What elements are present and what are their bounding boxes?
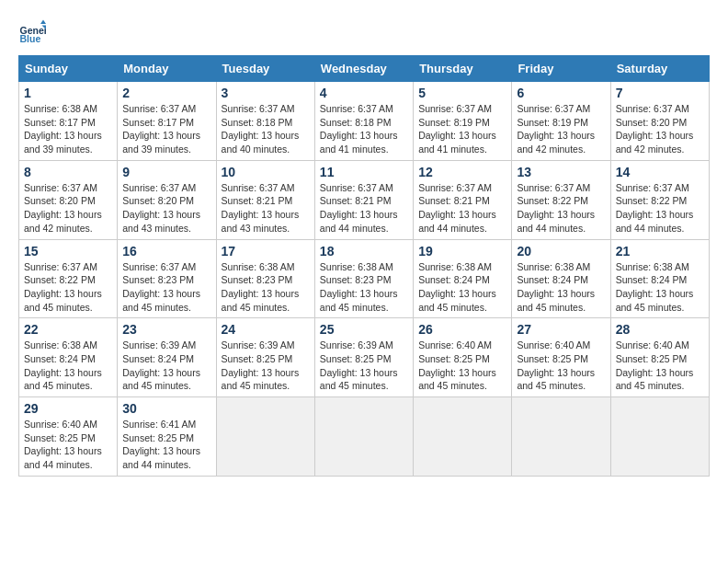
day-info: Sunrise: 6:37 AMSunset: 8:19 PMDaylight:…: [418, 103, 496, 155]
calendar-cell: 16 Sunrise: 6:37 AMSunset: 8:23 PMDaylig…: [118, 239, 216, 318]
day-number: 30: [122, 401, 210, 416]
day-info: Sunrise: 6:40 AMSunset: 8:25 PMDaylight:…: [517, 339, 595, 391]
calendar-cell: 2 Sunrise: 6:37 AMSunset: 8:17 PMDayligh…: [118, 82, 216, 161]
day-info: Sunrise: 6:40 AMSunset: 8:25 PMDaylight:…: [418, 339, 496, 391]
calendar-cell: 26 Sunrise: 6:40 AMSunset: 8:25 PMDaylig…: [414, 318, 512, 397]
day-number: 21: [616, 244, 704, 259]
calendar-table: SundayMondayTuesdayWednesdayThursdayFrid…: [18, 55, 710, 477]
calendar-cell: 18 Sunrise: 6:38 AMSunset: 8:23 PMDaylig…: [314, 239, 413, 318]
day-number: 9: [122, 165, 210, 179]
header-monday: Monday: [118, 56, 216, 82]
day-number: 19: [418, 244, 506, 259]
day-number: 12: [418, 165, 506, 179]
day-info: Sunrise: 6:37 AMSunset: 8:18 PMDaylight:…: [320, 103, 398, 155]
calendar-cell: 28 Sunrise: 6:40 AMSunset: 8:25 PMDaylig…: [610, 318, 709, 397]
calendar-cell: [216, 397, 314, 477]
day-number: 2: [122, 86, 210, 100]
day-number: 25: [320, 322, 408, 337]
header-friday: Friday: [512, 56, 610, 82]
day-info: Sunrise: 6:38 AMSunset: 8:24 PMDaylight:…: [418, 261, 496, 313]
calendar-cell: 25 Sunrise: 6:39 AMSunset: 8:25 PMDaylig…: [314, 318, 413, 397]
calendar-cell: 22 Sunrise: 6:38 AMSunset: 8:24 PMDaylig…: [19, 318, 118, 397]
header-saturday: Saturday: [610, 56, 709, 82]
day-info: Sunrise: 6:40 AMSunset: 8:25 PMDaylight:…: [616, 339, 694, 391]
day-number: 18: [320, 244, 408, 259]
day-number: 20: [517, 244, 605, 259]
calendar-week-3: 15 Sunrise: 6:37 AMSunset: 8:22 PMDaylig…: [19, 239, 710, 318]
logo: General Blue: [18, 18, 46, 46]
calendar-cell: 3 Sunrise: 6:37 AMSunset: 8:18 PMDayligh…: [216, 82, 314, 161]
calendar-cell: [414, 397, 512, 477]
day-number: 8: [24, 165, 112, 179]
calendar-cell: 5 Sunrise: 6:37 AMSunset: 8:19 PMDayligh…: [414, 82, 512, 161]
calendar-cell: 13 Sunrise: 6:37 AMSunset: 8:22 PMDaylig…: [512, 160, 610, 239]
calendar-cell: [314, 397, 413, 477]
day-info: Sunrise: 6:38 AMSunset: 8:24 PMDaylight:…: [24, 339, 102, 391]
header-wednesday: Wednesday: [314, 56, 413, 82]
day-number: 4: [320, 86, 408, 100]
day-number: 26: [418, 322, 506, 337]
day-info: Sunrise: 6:39 AMSunset: 8:25 PMDaylight:…: [222, 339, 300, 391]
header-tuesday: Tuesday: [216, 56, 314, 82]
calendar-cell: 4 Sunrise: 6:37 AMSunset: 8:18 PMDayligh…: [314, 82, 413, 161]
day-number: 29: [24, 401, 112, 416]
day-info: Sunrise: 6:38 AMSunset: 8:23 PMDaylight:…: [320, 261, 398, 313]
calendar-header-row: SundayMondayTuesdayWednesdayThursdayFrid…: [19, 56, 710, 82]
day-info: Sunrise: 6:38 AMSunset: 8:24 PMDaylight:…: [616, 261, 694, 313]
day-info: Sunrise: 6:37 AMSunset: 8:23 PMDaylight:…: [122, 261, 200, 313]
day-number: 27: [517, 322, 605, 337]
calendar-cell: 10 Sunrise: 6:37 AMSunset: 8:21 PMDaylig…: [216, 160, 314, 239]
day-info: Sunrise: 6:38 AMSunset: 8:17 PMDaylight:…: [24, 103, 102, 155]
day-number: 10: [222, 165, 310, 179]
calendar-cell: 7 Sunrise: 6:37 AMSunset: 8:20 PMDayligh…: [610, 82, 709, 161]
day-info: Sunrise: 6:37 AMSunset: 8:19 PMDaylight:…: [517, 103, 595, 155]
calendar-cell: 21 Sunrise: 6:38 AMSunset: 8:24 PMDaylig…: [610, 239, 709, 318]
header-sunday: Sunday: [19, 56, 118, 82]
calendar-cell: 6 Sunrise: 6:37 AMSunset: 8:19 PMDayligh…: [512, 82, 610, 161]
calendar-cell: 20 Sunrise: 6:38 AMSunset: 8:24 PMDaylig…: [512, 239, 610, 318]
calendar-cell: 19 Sunrise: 6:38 AMSunset: 8:24 PMDaylig…: [414, 239, 512, 318]
calendar-cell: 30 Sunrise: 6:41 AMSunset: 8:25 PMDaylig…: [118, 397, 216, 477]
header-thursday: Thursday: [414, 56, 512, 82]
calendar-cell: [512, 397, 610, 477]
day-number: 13: [517, 165, 605, 179]
day-info: Sunrise: 6:37 AMSunset: 8:21 PMDaylight:…: [222, 182, 300, 234]
calendar-cell: 1 Sunrise: 6:38 AMSunset: 8:17 PMDayligh…: [19, 82, 118, 161]
calendar-cell: 24 Sunrise: 6:39 AMSunset: 8:25 PMDaylig…: [216, 318, 314, 397]
day-info: Sunrise: 6:37 AMSunset: 8:20 PMDaylight:…: [616, 103, 694, 155]
svg-text:Blue: Blue: [20, 33, 41, 44]
calendar-cell: 11 Sunrise: 6:37 AMSunset: 8:21 PMDaylig…: [314, 160, 413, 239]
day-info: Sunrise: 6:38 AMSunset: 8:24 PMDaylight:…: [517, 261, 595, 313]
day-info: Sunrise: 6:37 AMSunset: 8:21 PMDaylight:…: [320, 182, 398, 234]
day-number: 3: [222, 86, 310, 100]
calendar-week-1: 1 Sunrise: 6:38 AMSunset: 8:17 PMDayligh…: [19, 82, 710, 161]
day-number: 16: [122, 244, 210, 259]
logo-icon: General Blue: [18, 18, 46, 46]
day-number: 23: [122, 322, 210, 337]
day-number: 7: [616, 86, 704, 100]
day-number: 6: [517, 86, 605, 100]
calendar-cell: 17 Sunrise: 6:38 AMSunset: 8:23 PMDaylig…: [216, 239, 314, 318]
day-info: Sunrise: 6:37 AMSunset: 8:22 PMDaylight:…: [517, 182, 595, 234]
calendar-week-4: 22 Sunrise: 6:38 AMSunset: 8:24 PMDaylig…: [19, 318, 710, 397]
page-header: General Blue: [18, 18, 710, 46]
day-number: 17: [222, 244, 310, 259]
day-number: 24: [222, 322, 310, 337]
day-number: 1: [24, 86, 112, 100]
day-info: Sunrise: 6:37 AMSunset: 8:21 PMDaylight:…: [418, 182, 496, 234]
calendar-cell: 9 Sunrise: 6:37 AMSunset: 8:20 PMDayligh…: [118, 160, 216, 239]
day-number: 11: [320, 165, 408, 179]
day-info: Sunrise: 6:41 AMSunset: 8:25 PMDaylight:…: [122, 419, 200, 470]
day-info: Sunrise: 6:37 AMSunset: 8:22 PMDaylight:…: [24, 261, 102, 313]
calendar-cell: [610, 397, 709, 477]
day-number: 15: [24, 244, 112, 259]
day-info: Sunrise: 6:38 AMSunset: 8:23 PMDaylight:…: [222, 261, 300, 313]
calendar-cell: 14 Sunrise: 6:37 AMSunset: 8:22 PMDaylig…: [610, 160, 709, 239]
calendar-cell: 12 Sunrise: 6:37 AMSunset: 8:21 PMDaylig…: [414, 160, 512, 239]
day-info: Sunrise: 6:37 AMSunset: 8:18 PMDaylight:…: [222, 103, 300, 155]
day-info: Sunrise: 6:37 AMSunset: 8:22 PMDaylight:…: [616, 182, 694, 234]
calendar-week-5: 29 Sunrise: 6:40 AMSunset: 8:25 PMDaylig…: [19, 397, 710, 477]
day-number: 22: [24, 322, 112, 337]
day-info: Sunrise: 6:37 AMSunset: 8:20 PMDaylight:…: [24, 182, 102, 234]
calendar-cell: 8 Sunrise: 6:37 AMSunset: 8:20 PMDayligh…: [19, 160, 118, 239]
